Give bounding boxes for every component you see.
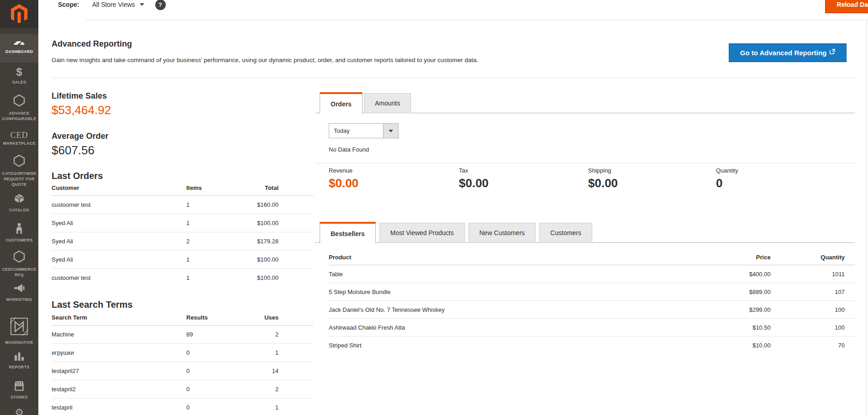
period-select[interactable]: Today xyxy=(329,123,399,138)
customer-cell: Syed Ali xyxy=(52,251,186,269)
sidebar-item-cedcommerce-rfq[interactable]: CEDCOMMERCE RFQ xyxy=(0,247,38,278)
results-cell: 89 xyxy=(186,326,241,344)
price-cell: $400.00 xyxy=(644,265,770,283)
advanced-reporting-description: Gain new insights and take command of yo… xyxy=(52,57,479,63)
magento-logo[interactable] xyxy=(0,0,38,28)
search-term-cell: testapril xyxy=(52,399,186,415)
bestsellers-table: Product Price Quantity Table $400.00 101… xyxy=(329,251,855,354)
customer-cell: Syed Ali xyxy=(52,214,186,232)
tab-customers[interactable]: Customers xyxy=(539,223,592,243)
items-cell: 1 xyxy=(186,251,241,269)
chevron-down-icon[interactable] xyxy=(140,3,144,6)
go-to-advanced-reporting-button[interactable]: Go to Advanced Reporting xyxy=(729,43,847,62)
sidebar-item-advance-configurable[interactable]: ADVANCE CONFIGURABLE xyxy=(0,91,38,121)
sidebar-item-magenative[interactable]: MAGENATIVE xyxy=(0,314,38,345)
sidebar-item-customers[interactable]: CUSTOMERS xyxy=(0,220,38,243)
storefront-icon xyxy=(13,381,25,391)
results-cell: 0 xyxy=(186,399,241,415)
sidebar-item-categorywise-request-for-quote[interactable]: CATEGORYWISE REQUEST FOR QUOTE xyxy=(0,152,38,187)
sidebar-item-label: MAGENATIVE xyxy=(1,340,37,345)
sidebar-item-stores[interactable]: STORES xyxy=(0,378,38,400)
scrollbar-track[interactable] xyxy=(866,0,867,415)
column-header: Search Term xyxy=(52,314,186,326)
tab-amounts[interactable]: Amounts xyxy=(364,93,411,113)
dashboard-gauge-icon xyxy=(13,37,26,45)
sidebar-item-label: DASHBOARD xyxy=(1,49,37,54)
customer-cell: custoomer test xyxy=(52,269,186,287)
quantity-cell: 70 xyxy=(771,336,855,354)
admin-sidebar: DASHBOARD $ SALES ADVANCE CONFIGURABLE C… xyxy=(0,0,38,415)
price-cell: $889.00 xyxy=(644,283,770,301)
chevron-down-icon xyxy=(389,130,393,132)
tab-bestsellers[interactable]: Bestsellers xyxy=(320,222,376,243)
sidebar-item-label: SALES xyxy=(1,79,37,85)
lifetime-sales-value: $53,464.92 xyxy=(52,103,111,117)
column-header: Results xyxy=(186,314,241,326)
last-orders-table: Customer Items Total custoomer test 1 $1… xyxy=(52,184,313,287)
tab-most-viewed-products[interactable]: Most Viewed Products xyxy=(379,223,465,243)
table-header-row: Product Price Quantity xyxy=(329,251,855,265)
column-header: Total xyxy=(241,184,313,196)
tab-orders[interactable]: Orders xyxy=(320,92,363,114)
table-row: Ashirwaad Chakki Fresh Atta $10.50 100 xyxy=(329,319,855,336)
sidebar-item-system[interactable]: ⚙ xyxy=(0,405,38,415)
sidebar-item-ced-marketplace[interactable]: CED MARKETPLACE xyxy=(0,128,38,146)
sidebar-item-dashboard[interactable]: DASHBOARD xyxy=(0,34,38,63)
table-row: Machine 89 2 xyxy=(52,326,313,344)
column-header: Quantity xyxy=(771,251,855,265)
items-cell: 1 xyxy=(186,196,241,214)
scope-store-view-selector[interactable]: All Store Views xyxy=(92,1,135,8)
hexagon-icon xyxy=(13,154,25,167)
stat-value: $0.00 xyxy=(329,176,358,190)
reload-data-button[interactable]: Reload Data xyxy=(825,0,868,13)
sidebar-item-label: STORES xyxy=(1,394,37,400)
uses-cell: 1 xyxy=(241,344,313,362)
column-header: Items xyxy=(186,184,241,196)
table-row: Syed Ali 2 $179.28 xyxy=(52,232,313,251)
divider xyxy=(85,20,868,20)
sidebar-item-label: CATALOG xyxy=(1,207,37,213)
total-cell: $160.00 xyxy=(241,196,313,214)
table-header-row: Search Term Results Uses xyxy=(52,314,313,326)
page-actions-bar: Scope: All Store Views ? Reload Data xyxy=(38,0,868,20)
total-cell: $100.00 xyxy=(241,269,313,287)
items-cell: 1 xyxy=(186,214,241,232)
person-icon xyxy=(16,223,23,234)
sidebar-item-label: CEDCOMMERCE RFQ xyxy=(1,267,37,278)
table-row: Syed Ali 1 $100.00 xyxy=(52,251,313,269)
sidebar-item-label: ADVANCE CONFIGURABLE xyxy=(1,110,37,121)
stat-revenue: Revenue $0.00 xyxy=(329,167,358,190)
average-order-title: Average Order xyxy=(52,131,108,141)
total-cell: $100.00 xyxy=(241,214,313,232)
customer-cell: custoomer test xyxy=(52,196,186,214)
tab-new-customers[interactable]: New Customers xyxy=(468,223,536,243)
product-cell: Striped Shirt xyxy=(329,336,644,354)
stat-label: Quantity xyxy=(716,167,738,174)
external-link-icon xyxy=(830,49,835,54)
table-row: custoomer test 1 $100.00 xyxy=(52,269,313,287)
magento-dashboard-page: DASHBOARD $ SALES ADVANCE CONFIGURABLE C… xyxy=(0,0,868,415)
search-term-cell: Machine xyxy=(52,326,186,344)
average-order-value: $607.56 xyxy=(52,143,95,158)
sidebar-item-catalog[interactable]: CATALOG xyxy=(0,190,38,213)
sidebar-item-label: MARKETING xyxy=(1,297,37,302)
stat-quantity: Quantity 0 xyxy=(716,167,738,190)
uses-cell: 2 xyxy=(241,380,313,399)
magento-logo-icon xyxy=(10,4,29,25)
table-row: 5 Step Moisture Bundle $889.00 107 xyxy=(329,283,855,301)
stat-tax: Tax $0.00 xyxy=(459,167,489,190)
product-cell: Jack Daniel's Old No. 7 Tennessee Whiske… xyxy=(329,301,644,319)
go-to-advanced-reporting-label: Go to Advanced Reporting xyxy=(740,49,826,57)
sidebar-item-marketing[interactable]: MARKETING xyxy=(0,281,38,302)
column-header: Uses xyxy=(241,314,313,326)
help-icon[interactable]: ? xyxy=(155,0,166,10)
sidebar-item-sales[interactable]: $ SALES xyxy=(0,64,38,85)
period-select-value[interactable]: Today xyxy=(329,123,384,138)
column-header: Price xyxy=(644,251,770,265)
table-row: игрушки 0 1 xyxy=(52,344,313,362)
stat-label: Shipping xyxy=(588,167,618,174)
sidebar-item-reports[interactable]: REPORTS xyxy=(0,349,38,370)
period-select-button[interactable] xyxy=(384,123,399,138)
quantity-cell: 107 xyxy=(771,283,855,301)
stat-shipping: Shipping $0.00 xyxy=(588,167,618,190)
